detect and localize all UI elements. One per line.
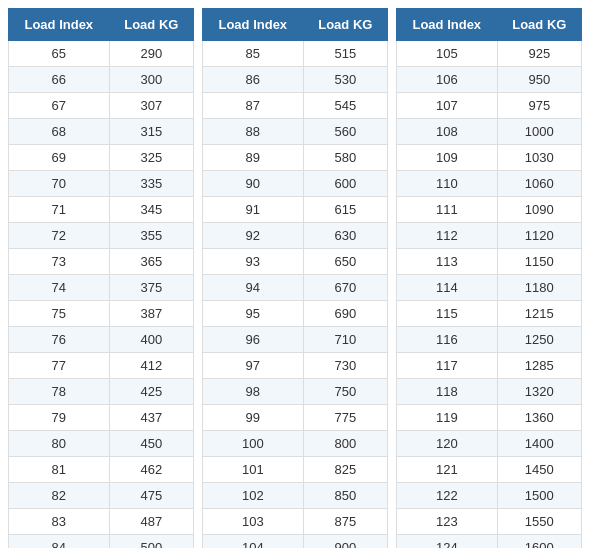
cell-16-2: 450 [109,431,193,457]
cell-2-1: 106 [397,67,498,93]
cell-10-1: 74 [9,275,110,301]
cell-17-1: 81 [9,457,110,483]
table-row: 106950 [397,67,582,93]
table-row: 102850 [203,483,388,509]
cell-7-2: 345 [109,197,193,223]
table-row: 82475 [9,483,194,509]
cell-19-2: 487 [109,509,193,535]
table-row: 100800 [203,431,388,457]
table-row: 98750 [203,379,388,405]
cell-4-1: 88 [203,119,304,145]
cell-3-2: 307 [109,93,193,119]
table-row: 1161250 [397,327,582,353]
table-row: 97730 [203,353,388,379]
table-row: 105925 [397,41,582,67]
load-index-table-1: Load IndexLoad KG65290663006730768315693… [8,8,194,548]
cell-6-2: 335 [109,171,193,197]
table-row: 1181320 [397,379,582,405]
cell-15-1: 119 [397,405,498,431]
cell-20-2: 900 [303,535,387,549]
table-row: 104900 [203,535,388,549]
cell-7-1: 91 [203,197,304,223]
cell-9-2: 650 [303,249,387,275]
table-row: 83487 [9,509,194,535]
table-row: 87545 [203,93,388,119]
table-row: 86530 [203,67,388,93]
table-2-header-1: Load Index [203,9,304,41]
cell-1-1: 105 [397,41,498,67]
cell-6-1: 70 [9,171,110,197]
cell-8-2: 1120 [497,223,581,249]
cell-11-1: 75 [9,301,110,327]
cell-12-2: 710 [303,327,387,353]
cell-2-1: 66 [9,67,110,93]
table-row: 95690 [203,301,388,327]
cell-15-2: 1360 [497,405,581,431]
cell-8-1: 72 [9,223,110,249]
table-row: 81462 [9,457,194,483]
cell-4-1: 68 [9,119,110,145]
cell-15-1: 79 [9,405,110,431]
table-row: 1111090 [397,197,582,223]
cell-15-1: 99 [203,405,304,431]
table-row: 91615 [203,197,388,223]
table-row: 66300 [9,67,194,93]
table-row: 92630 [203,223,388,249]
table-row: 80450 [9,431,194,457]
cell-8-1: 112 [397,223,498,249]
table-2-header-2: Load KG [303,9,387,41]
table-row: 84500 [9,535,194,549]
cell-20-2: 1600 [497,535,581,549]
table-row: 1101060 [397,171,582,197]
cell-11-2: 690 [303,301,387,327]
table-row: 71345 [9,197,194,223]
cell-4-2: 1000 [497,119,581,145]
cell-9-1: 73 [9,249,110,275]
table-row: 99775 [203,405,388,431]
cell-14-1: 118 [397,379,498,405]
table-row: 72355 [9,223,194,249]
cell-11-1: 95 [203,301,304,327]
table-row: 1221500 [397,483,582,509]
cell-4-1: 108 [397,119,498,145]
cell-19-1: 103 [203,509,304,535]
table-3-header-2: Load KG [497,9,581,41]
table-row: 78425 [9,379,194,405]
cell-8-2: 630 [303,223,387,249]
table-row: 1081000 [397,119,582,145]
table-row: 68315 [9,119,194,145]
cell-2-1: 86 [203,67,304,93]
cell-3-1: 87 [203,93,304,119]
table-1-header-2: Load KG [109,9,193,41]
table-row: 1131150 [397,249,582,275]
table-row: 103875 [203,509,388,535]
cell-14-2: 1320 [497,379,581,405]
cell-15-2: 775 [303,405,387,431]
table-row: 1211450 [397,457,582,483]
cell-13-2: 412 [109,353,193,379]
cell-8-1: 92 [203,223,304,249]
cell-1-2: 925 [497,41,581,67]
cell-20-1: 104 [203,535,304,549]
cell-16-2: 800 [303,431,387,457]
cell-12-1: 76 [9,327,110,353]
table-row: 65290 [9,41,194,67]
cell-3-2: 975 [497,93,581,119]
cell-5-2: 1030 [497,145,581,171]
table-row: 94670 [203,275,388,301]
cell-8-2: 355 [109,223,193,249]
table-1-header-1: Load Index [9,9,110,41]
cell-15-2: 437 [109,405,193,431]
cell-4-2: 560 [303,119,387,145]
cell-10-2: 670 [303,275,387,301]
cell-2-2: 530 [303,67,387,93]
cell-3-2: 545 [303,93,387,119]
table-row: 69325 [9,145,194,171]
table-row: 88560 [203,119,388,145]
table-row: 96710 [203,327,388,353]
cell-16-2: 1400 [497,431,581,457]
cell-4-2: 315 [109,119,193,145]
cell-11-2: 387 [109,301,193,327]
tables-container: Load IndexLoad KG65290663006730768315693… [8,8,582,548]
cell-20-2: 500 [109,535,193,549]
